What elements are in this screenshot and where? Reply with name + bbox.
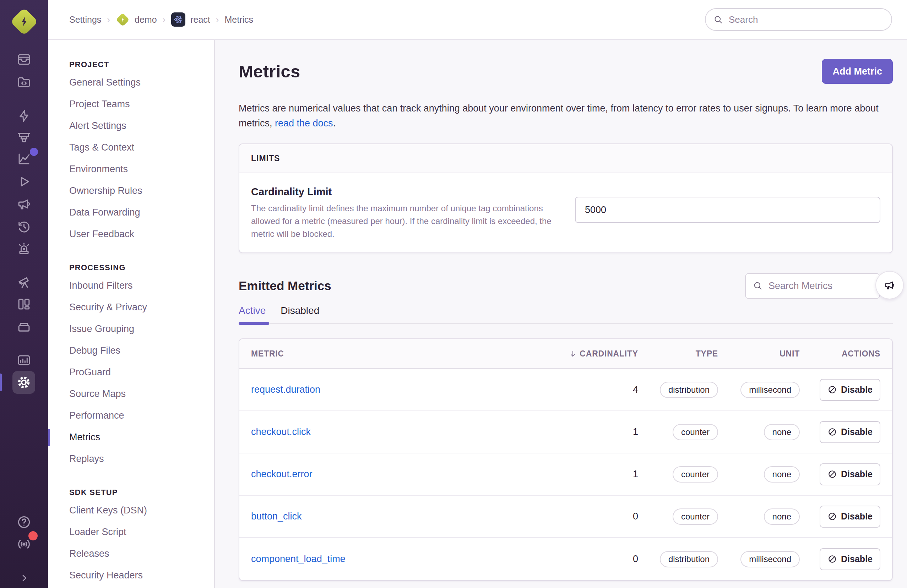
search-icon bbox=[753, 281, 763, 291]
expand-chevron-icon[interactable] bbox=[0, 570, 48, 586]
help-icon[interactable] bbox=[0, 514, 48, 530]
whats-new-broadcast-icon[interactable] bbox=[0, 536, 48, 552]
metric-link[interactable]: component_load_time bbox=[251, 554, 346, 564]
disable-button[interactable]: Disable bbox=[820, 421, 880, 443]
nav-active-indicator bbox=[48, 429, 50, 446]
whats-new-badge bbox=[29, 531, 38, 540]
metric-link[interactable]: checkout.click bbox=[251, 426, 311, 437]
nav-item-tags-context[interactable]: Tags & Context bbox=[48, 137, 214, 159]
nav-section-title: SDK SETUP bbox=[48, 485, 214, 500]
nav-item-source-maps[interactable]: Source Maps bbox=[48, 383, 214, 405]
global-search[interactable] bbox=[705, 8, 892, 31]
issues-icon[interactable] bbox=[0, 51, 48, 67]
metric-link[interactable]: button_click bbox=[251, 511, 302, 522]
nav-item-debug-files[interactable]: Debug Files bbox=[48, 340, 214, 362]
main-content: Metrics Add Metric Metrics are numerical… bbox=[215, 40, 907, 588]
cardinality-limit-input[interactable] bbox=[575, 197, 880, 223]
unit-badge: none bbox=[764, 508, 800, 525]
not-allowed-icon bbox=[827, 469, 837, 479]
limits-panel: LIMITS Cardinality Limit The cardinality… bbox=[239, 143, 893, 253]
topbar: Settings › demo › react › Metrics bbox=[48, 0, 907, 40]
dashboards-layout-icon[interactable] bbox=[0, 296, 48, 312]
settings-gear-icon[interactable] bbox=[13, 371, 35, 394]
disable-label: Disable bbox=[841, 554, 873, 564]
projector-icon[interactable] bbox=[0, 130, 48, 145]
nav-item-loader-script[interactable]: Loader Script bbox=[48, 521, 214, 543]
unit-badge: none bbox=[764, 424, 800, 440]
feedback-button[interactable] bbox=[875, 271, 904, 299]
nav-item-client-keys[interactable]: Client Keys (DSN) bbox=[48, 500, 214, 521]
nav-item-issue-grouping[interactable]: Issue Grouping bbox=[48, 318, 214, 340]
disable-label: Disable bbox=[841, 385, 873, 395]
breadcrumb-project[interactable]: react bbox=[171, 13, 210, 27]
feedback-megaphone-icon[interactable] bbox=[0, 196, 48, 211]
nav-item-security-headers[interactable]: Security Headers bbox=[48, 565, 214, 586]
nav-item-general-settings[interactable]: General Settings bbox=[48, 72, 214, 93]
type-badge: counter bbox=[673, 466, 718, 482]
nav-item-performance[interactable]: Performance bbox=[48, 405, 214, 426]
alerts-siren-icon[interactable] bbox=[0, 241, 48, 256]
org-avatar-icon bbox=[116, 13, 129, 26]
nav-item-inbound-filters[interactable]: Inbound Filters bbox=[48, 275, 214, 296]
col-type: TYPE bbox=[638, 349, 718, 359]
react-platform-icon bbox=[171, 13, 185, 27]
sentry-org-avatar-icon bbox=[10, 8, 38, 35]
nav-item-metrics[interactable]: Metrics bbox=[48, 426, 214, 448]
org-logo[interactable] bbox=[0, 6, 48, 37]
read-docs-link[interactable]: read the docs bbox=[275, 118, 333, 128]
rail-active-indicator bbox=[0, 373, 2, 391]
disable-button[interactable]: Disable bbox=[820, 548, 880, 570]
table-row: checkout.click 1 counter none Disable bbox=[239, 411, 892, 453]
emitted-metrics-title: Emitted Metrics bbox=[239, 279, 331, 293]
explore-icon[interactable] bbox=[0, 74, 48, 90]
cardinality-value: 0 bbox=[567, 511, 638, 522]
app-window: Settings › demo › react › Metrics bbox=[0, 0, 907, 588]
nav-item-alert-settings[interactable]: Alert Settings bbox=[48, 115, 214, 137]
not-allowed-icon bbox=[827, 512, 837, 521]
not-allowed-icon bbox=[827, 427, 837, 437]
metric-link[interactable]: checkout.error bbox=[251, 469, 312, 479]
metrics-search[interactable] bbox=[745, 273, 880, 299]
type-badge: counter bbox=[673, 424, 718, 440]
tab-active[interactable]: Active bbox=[239, 305, 266, 316]
table-header: METRIC CARDINALITY TYPE UNIT ACTIONS bbox=[239, 339, 892, 369]
nav-section-title: PROJECT bbox=[48, 58, 214, 72]
tab-disabled[interactable]: Disabled bbox=[280, 305, 319, 316]
nav-item-ownership-rules[interactable]: Ownership Rules bbox=[48, 180, 214, 202]
cardinality-limit-help: The cardinality limit defines the maximu… bbox=[251, 202, 564, 240]
nav-item-replays[interactable]: Replays bbox=[48, 448, 214, 470]
nav-item-proguard[interactable]: ProGuard bbox=[48, 362, 214, 383]
nav-item-data-forwarding[interactable]: Data Forwarding bbox=[48, 202, 214, 223]
discover-telescope-icon[interactable] bbox=[0, 274, 48, 290]
not-allowed-icon bbox=[827, 554, 837, 564]
nav-item-releases[interactable]: Releases bbox=[48, 543, 214, 565]
description-text: . bbox=[333, 118, 336, 128]
global-search-input[interactable] bbox=[728, 14, 883, 26]
breadcrumb: Settings › demo › react › Metrics bbox=[69, 13, 253, 27]
table-row: checkout.error 1 counter none Disable bbox=[239, 453, 892, 496]
nav-item-user-feedback[interactable]: User Feedback bbox=[48, 223, 214, 245]
history-clock-icon[interactable] bbox=[0, 219, 48, 234]
metrics-search-input[interactable] bbox=[768, 280, 872, 292]
unit-badge: millisecond bbox=[740, 551, 800, 567]
disable-button[interactable]: Disable bbox=[820, 463, 880, 485]
breadcrumb-settings[interactable]: Settings bbox=[69, 14, 101, 25]
nav-item-environments[interactable]: Environments bbox=[48, 159, 214, 180]
table-row: component_load_time 0 distribution milli… bbox=[239, 538, 892, 580]
replays-play-icon[interactable] bbox=[0, 174, 48, 189]
breadcrumb-org[interactable]: demo bbox=[116, 14, 157, 25]
disable-button[interactable]: Disable bbox=[820, 379, 880, 401]
add-metric-button[interactable]: Add Metric bbox=[822, 59, 893, 84]
nav-item-project-teams[interactable]: Project Teams bbox=[48, 93, 214, 115]
disable-button[interactable]: Disable bbox=[820, 506, 880, 528]
bolt-icon[interactable] bbox=[0, 108, 48, 123]
nav-item-security-privacy[interactable]: Security & Privacy bbox=[48, 296, 214, 318]
stats-bars-icon[interactable] bbox=[0, 352, 48, 368]
col-cardinality[interactable]: CARDINALITY bbox=[567, 349, 638, 359]
cardinality-value: 1 bbox=[567, 426, 638, 437]
archive-drawer-icon[interactable] bbox=[0, 319, 48, 335]
disable-label: Disable bbox=[841, 511, 873, 522]
performance-chart-icon[interactable] bbox=[0, 151, 48, 167]
table-row: button_click 0 counter none Disable bbox=[239, 496, 892, 538]
metric-link[interactable]: request.duration bbox=[251, 384, 320, 395]
